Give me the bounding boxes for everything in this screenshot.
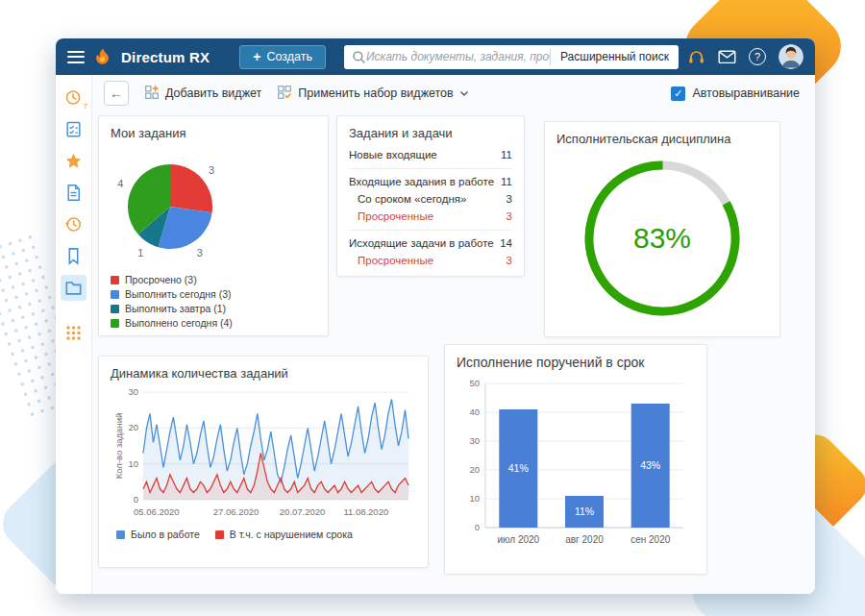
widget-execution-on-time[interactable]: Исполнение поручений в срок 010203040504… [444, 344, 707, 575]
widget-my-tasks[interactable]: Мои задания 3314 Просрочено (3)Выполнить… [98, 115, 329, 336]
svg-text:1: 1 [137, 247, 143, 259]
recent-history-icon[interactable] [61, 211, 86, 237]
legend-item: Выполнить сегодня (3) [111, 287, 316, 302]
widget-discipline[interactable]: Исполнительская дисциплина 83% [544, 121, 780, 337]
bookmarks-icon[interactable] [61, 243, 86, 269]
widget-title: Исполнительская дисциплина [556, 132, 768, 146]
widget-title: Задания и задачи [349, 126, 512, 140]
widget-title: Динамика количества заданий [111, 366, 416, 381]
task-row[interactable]: Входящие задания в работе11 [349, 168, 512, 190]
svg-text:30: 30 [469, 435, 480, 446]
apply-widget-set-button[interactable]: Применить набор виджетов [277, 85, 468, 103]
legend-item: В т.ч. с нарушением срока [215, 528, 353, 542]
my-tasks-legend: Просрочено (3)Выполнить сегодня (3)Выпол… [111, 273, 316, 331]
search-icon [352, 50, 366, 64]
auto-align-checkbox[interactable]: ✓ Автовыравнивание [671, 86, 803, 101]
mail-envelope-icon[interactable] [718, 50, 736, 64]
task-row[interactable]: Новые входящие11 [349, 146, 512, 163]
svg-text:Кол-во заданий: Кол-во заданий [113, 413, 124, 480]
tasks-checklist-icon[interactable] [61, 116, 86, 142]
apps-grid-icon[interactable] [61, 320, 86, 346]
dynamics-line-chart: 010203005.06.202027.06.202020.07.202011.… [111, 386, 418, 521]
svg-text:0: 0 [475, 522, 480, 532]
documents-icon[interactable] [61, 180, 86, 206]
widget-tasks-and-assignments[interactable]: Задания и задачи Новые входящие11Входящи… [336, 115, 525, 277]
create-button-label: Создать [266, 50, 312, 63]
svg-text:сен 2020: сен 2020 [630, 534, 671, 545]
dashboard-content: ← Добавить виджет Применить набор виджет… [92, 75, 815, 594]
my-tasks-pie-chart: 3314 [111, 146, 255, 267]
favorites-star-icon[interactable] [61, 148, 86, 174]
apply-widget-set-icon [277, 85, 292, 103]
help-glyph: ? [754, 51, 760, 62]
svg-text:40: 40 [469, 407, 480, 417]
desktop-background: Directum RX + Создать Расширенный поиск [0, 0, 865, 616]
add-widget-button[interactable]: Добавить виджет [144, 85, 261, 103]
checkbox-checked-icon[interactable]: ✓ [671, 86, 685, 101]
legend-item: Просрочено (3) [111, 273, 316, 287]
svg-text:20.07.2020: 20.07.2020 [280, 506, 326, 517]
svg-text:июл 2020: июл 2020 [497, 534, 539, 545]
auto-align-label: Автовыравнивание [692, 86, 800, 100]
discipline-percent-value: 83% [576, 152, 749, 325]
svg-text:27.06.2020: 27.06.2020 [213, 506, 260, 517]
svg-text:4: 4 [117, 178, 123, 189]
plus-icon: + [253, 50, 260, 63]
chevron-down-icon [459, 86, 469, 100]
app-window: Directum RX + Создать Расширенный поиск [56, 38, 815, 594]
app-logo-flame-icon [93, 47, 112, 66]
legend-item: Выполнить завтра (1) [111, 302, 316, 316]
legend-item: Было в работе [116, 528, 200, 542]
search-input[interactable] [366, 50, 550, 63]
task-row[interactable]: Просроченные3 [349, 252, 512, 269]
execution-bar-chart: 0102030405041%июл 202011%авг 202043%сен … [457, 374, 697, 552]
svg-text:41%: 41% [508, 462, 529, 474]
topbar-actions: ? [687, 44, 803, 69]
sidebar: 7 [56, 75, 92, 594]
menu-icon[interactable] [67, 51, 85, 63]
widget-title: Мои задания [111, 126, 316, 140]
advanced-search-button[interactable]: Расширенный поиск [550, 49, 679, 65]
widgets-toolbar: ← Добавить виджет Применить набор виджет… [92, 75, 815, 111]
add-widget-label: Добавить виджет [165, 86, 261, 100]
svg-text:20: 20 [128, 422, 138, 432]
svg-text:3: 3 [197, 247, 203, 259]
discipline-donut-chart: 83% [576, 152, 749, 329]
svg-text:10: 10 [128, 458, 138, 469]
svg-text:05.06.2020: 05.06.2020 [134, 506, 180, 517]
back-button[interactable]: ← [104, 81, 129, 106]
support-headset-icon[interactable] [687, 49, 705, 65]
folders-icon[interactable] [61, 275, 86, 301]
search-bar[interactable]: Расширенный поиск [344, 45, 679, 69]
apply-widget-set-label: Применить набор виджетов [298, 86, 453, 100]
create-button[interactable]: + Создать [239, 45, 326, 69]
add-widget-icon [144, 85, 160, 103]
task-row[interactable]: Исходящие задачи в работе14 [349, 230, 512, 252]
topbar: Directum RX + Создать Расширенный поиск [56, 38, 815, 75]
svg-text:11%: 11% [575, 505, 594, 517]
widget-task-dynamics[interactable]: Динамика количества заданий 010203005.06… [98, 356, 429, 568]
app-title: Directum RX [121, 49, 210, 65]
task-row[interactable]: Просроченные3 [349, 208, 512, 225]
svg-text:20: 20 [469, 464, 480, 475]
user-avatar[interactable] [778, 44, 803, 69]
svg-text:30: 30 [128, 386, 138, 397]
legend-item: Выполнено сегодня (4) [111, 316, 316, 331]
svg-text:43%: 43% [640, 459, 660, 471]
svg-text:0: 0 [134, 494, 138, 505]
svg-text:3: 3 [209, 164, 214, 176]
svg-text:10: 10 [469, 493, 480, 504]
task-row[interactable]: Со сроком «сегодня»3 [349, 190, 512, 208]
help-icon[interactable]: ? [749, 48, 766, 65]
svg-text:50: 50 [469, 378, 480, 388]
widget-title: Исполнение поручений в срок [457, 355, 695, 370]
svg-text:авг 2020: авг 2020 [565, 534, 604, 545]
deadlines-clock-icon[interactable]: 7 [61, 85, 86, 111]
dynamics-legend: Было в работеВ т.ч. с нарушением срока [111, 528, 416, 542]
svg-text:11.08.2020: 11.08.2020 [343, 506, 388, 517]
tasks-list: Новые входящие11Входящие задания в работ… [349, 146, 512, 269]
